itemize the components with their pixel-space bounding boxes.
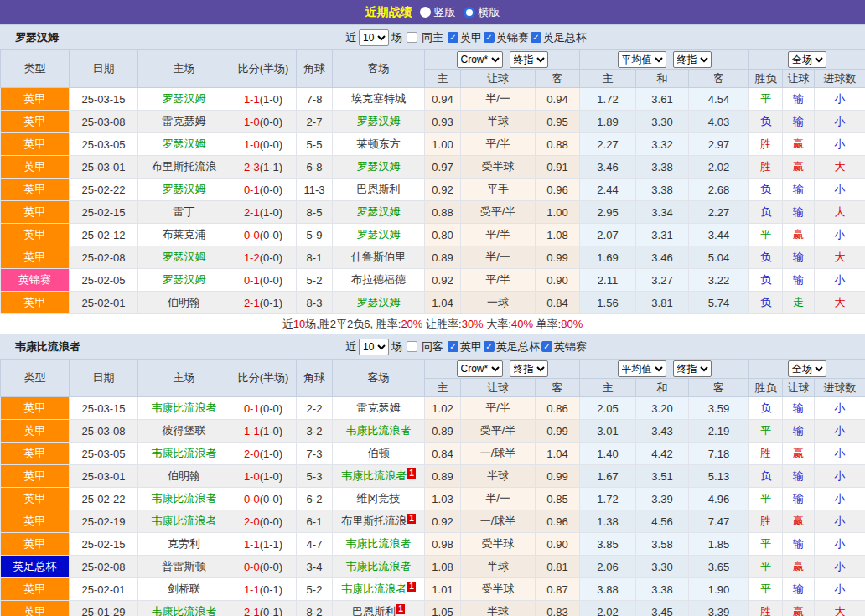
- team-link[interactable]: 莱顿东方: [357, 137, 401, 150]
- away-team-cell[interactable]: 布拉德福德: [333, 269, 425, 292]
- team-link[interactable]: 布里斯托流浪: [341, 515, 407, 527]
- handicap-time-select[interactable]: 终指: [510, 51, 548, 68]
- away-team-cell[interactable]: 罗瑟汉姆: [333, 224, 425, 246]
- away-team-cell[interactable]: 韦康比流浪者: [333, 420, 425, 443]
- home-team-cell[interactable]: 罗瑟汉姆: [138, 133, 230, 156]
- scope-select[interactable]: 全场: [788, 51, 826, 68]
- away-team-cell[interactable]: 莱顿东方: [333, 133, 425, 156]
- team-link[interactable]: 韦康比流浪者: [341, 582, 407, 595]
- team-link[interactable]: 克劳利: [168, 537, 200, 550]
- home-team-cell[interactable]: 韦康比流浪者: [138, 488, 230, 510]
- away-team-cell[interactable]: 韦康比流浪者: [333, 533, 425, 556]
- home-team-cell[interactable]: 剑桥联: [138, 578, 230, 601]
- same-venue-checkbox[interactable]: [407, 341, 417, 352]
- team-link[interactable]: 韦康比流浪者: [152, 605, 217, 616]
- home-team-cell[interactable]: 伯明翰: [138, 292, 230, 314]
- handicap-provider-select[interactable]: Crow*: [457, 360, 503, 377]
- away-team-cell[interactable]: 罗瑟汉姆: [333, 111, 425, 133]
- team-link[interactable]: 罗瑟汉姆: [357, 205, 401, 218]
- team-link[interactable]: 罗瑟汉姆: [357, 296, 401, 308]
- team-link[interactable]: 韦康比流浪者: [346, 424, 412, 437]
- horizontal-radio-icon[interactable]: [464, 7, 475, 18]
- team-link[interactable]: 韦康比流浪者: [152, 515, 217, 527]
- home-team-cell[interactable]: 彼得堡联: [138, 420, 230, 443]
- handicap-time-select[interactable]: 终指: [510, 360, 548, 377]
- away-team-cell[interactable]: 韦康比流浪者1: [333, 465, 425, 488]
- away-team-cell[interactable]: 罗瑟汉姆: [333, 292, 425, 314]
- match-count-select[interactable]: 10: [359, 29, 389, 46]
- away-team-cell[interactable]: 巴恩斯利: [333, 179, 425, 201]
- handicap-provider-select[interactable]: Crow*: [457, 51, 503, 68]
- team-link[interactable]: 罗瑟汉姆: [163, 137, 206, 150]
- team-link[interactable]: 韦康比流浪者: [152, 447, 217, 459]
- league-checkbox[interactable]: [484, 32, 495, 43]
- team-link[interactable]: 罗瑟汉姆: [357, 115, 401, 127]
- away-team-cell[interactable]: 雷克瑟姆: [333, 397, 425, 420]
- team-link[interactable]: 埃克塞特城: [351, 92, 406, 105]
- vertical-radio-icon[interactable]: [420, 7, 431, 18]
- team-link[interactable]: 普雷斯顿: [163, 560, 206, 572]
- league-checkbox[interactable]: [448, 32, 458, 43]
- away-team-cell[interactable]: 罗瑟汉姆: [333, 156, 425, 179]
- match-count-select[interactable]: 10: [359, 339, 389, 355]
- team-link[interactable]: 罗瑟汉姆: [163, 273, 206, 286]
- team-link[interactable]: 韦康比流浪者: [341, 469, 407, 482]
- team-link[interactable]: 罗瑟汉姆: [163, 251, 206, 263]
- league-checkbox[interactable]: [484, 341, 495, 352]
- team-link[interactable]: 伯明翰: [168, 469, 200, 482]
- home-team-cell[interactable]: 克劳利: [138, 533, 230, 556]
- same-venue-checkbox[interactable]: [407, 32, 417, 43]
- home-team-cell[interactable]: 罗瑟汉姆: [138, 179, 230, 201]
- team-link[interactable]: 伯明翰: [168, 296, 200, 308]
- team-link[interactable]: 韦康比流浪者: [152, 401, 217, 414]
- home-team-cell[interactable]: 韦康比流浪者: [138, 397, 230, 420]
- home-team-cell[interactable]: 普雷斯顿: [138, 556, 230, 578]
- odds-provider-select[interactable]: 平均值: [618, 51, 666, 68]
- team-link[interactable]: 罗瑟汉姆: [163, 92, 206, 105]
- team-link[interactable]: 韦康比流浪者: [152, 492, 217, 505]
- home-team-cell[interactable]: 韦康比流浪者: [138, 601, 230, 616]
- team-link[interactable]: 布里斯托流浪: [152, 160, 217, 173]
- team-link[interactable]: 雷克瑟姆: [163, 115, 206, 127]
- home-team-cell[interactable]: 雷丁: [138, 201, 230, 224]
- team-link[interactable]: 彼得堡联: [163, 424, 206, 437]
- team-link[interactable]: 雷丁: [174, 205, 195, 218]
- away-team-cell[interactable]: 罗瑟汉姆: [333, 201, 425, 224]
- home-team-cell[interactable]: 布里斯托流浪: [138, 156, 230, 179]
- home-team-cell[interactable]: 布莱克浦: [138, 224, 230, 246]
- home-team-cell[interactable]: 罗瑟汉姆: [138, 246, 230, 269]
- away-team-cell[interactable]: 巴恩斯利1: [333, 601, 425, 616]
- home-team-cell[interactable]: 罗瑟汉姆: [138, 88, 230, 111]
- team-link[interactable]: 韦康比流浪者: [346, 560, 412, 572]
- team-link[interactable]: 罗瑟汉姆: [357, 228, 401, 241]
- league-checkbox[interactable]: [531, 32, 541, 43]
- team-link[interactable]: 巴恩斯利: [352, 605, 396, 616]
- team-link[interactable]: 布莱克浦: [163, 228, 206, 241]
- away-team-cell[interactable]: 埃克塞特城: [333, 88, 425, 111]
- away-team-cell[interactable]: 什鲁斯伯里: [333, 246, 425, 269]
- away-team-cell[interactable]: 布里斯托流浪1: [333, 510, 425, 533]
- horizontal-radio-label[interactable]: 横版: [479, 5, 500, 20]
- away-team-cell[interactable]: 韦康比流浪者1: [333, 578, 425, 601]
- league-checkbox[interactable]: [448, 341, 458, 352]
- home-team-cell[interactable]: 韦康比流浪者: [138, 510, 230, 533]
- team-link[interactable]: 剑桥联: [168, 582, 200, 595]
- scope-select[interactable]: 全场: [788, 360, 826, 377]
- home-team-cell[interactable]: 雷克瑟姆: [138, 111, 230, 133]
- home-team-cell[interactable]: 伯明翰: [138, 465, 230, 488]
- team-link[interactable]: 韦康比流浪者: [346, 537, 412, 550]
- league-checkbox[interactable]: [541, 341, 552, 352]
- team-link[interactable]: 伯顿: [368, 447, 390, 459]
- team-link[interactable]: 巴恩斯利: [357, 183, 401, 195]
- team-link[interactable]: 罗瑟汉姆: [163, 183, 206, 195]
- vertical-radio-label[interactable]: 竖版: [434, 5, 456, 20]
- away-team-cell[interactable]: 韦康比流浪者: [333, 556, 425, 578]
- team-link[interactable]: 罗瑟汉姆: [357, 160, 401, 173]
- odds-provider-select[interactable]: 平均值: [618, 360, 666, 377]
- team-link[interactable]: 什鲁斯伯里: [351, 251, 406, 263]
- team-link[interactable]: 布拉德福德: [351, 273, 406, 286]
- away-team-cell[interactable]: 伯顿: [333, 443, 425, 465]
- home-team-cell[interactable]: 韦康比流浪者: [138, 443, 230, 465]
- odds-time-select[interactable]: 终指: [673, 51, 712, 68]
- home-team-cell[interactable]: 罗瑟汉姆: [138, 269, 230, 292]
